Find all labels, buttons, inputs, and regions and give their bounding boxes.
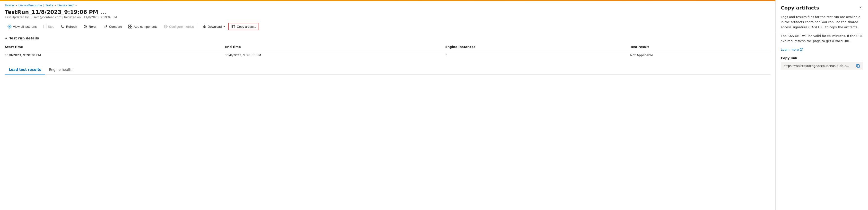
cell-test-result: Not Applicable [630,51,771,60]
svg-rect-1 [43,25,46,28]
page-subtitle: Last Updated by : user1@contoso.com | In… [5,16,771,19]
svg-rect-2 [128,25,130,26]
col-test-result: Test result [630,43,771,51]
tab-engine-health[interactable]: Engine health [45,65,76,75]
more-options-button[interactable]: ... [101,9,107,15]
tabs-bar: Load test results Engine health [5,65,771,75]
refresh-label: Refresh [66,25,77,28]
cell-engine-instances: 3 [445,51,630,60]
refresh-icon [61,25,65,28]
col-engine-instances: Engine instances [445,43,630,51]
test-run-details-header[interactable]: ∧ Test run details [5,36,771,40]
close-panel-button[interactable]: × [858,5,863,10]
copy-url-button[interactable] [856,63,861,69]
test-run-details-table: Start time End time Engine instances Tes… [5,43,771,59]
svg-rect-8 [857,65,860,68]
breadcrumb-sep-3: > [75,4,77,7]
svg-point-6 [165,26,166,27]
main-area: Home > DemoResource | Tests > Demo test … [0,0,776,210]
rerun-button[interactable]: Rerun [81,23,100,30]
tab-load-test-results[interactable]: Load test results [5,65,45,75]
svg-rect-5 [130,27,132,28]
stop-label: Stop [48,25,55,28]
page-title-text: TestRun_11/8/2023_9:19:06 PM [5,9,98,15]
breadcrumb: Home > DemoResource | Tests > Demo test … [0,1,775,8]
download-chevron-icon: ▾ [223,25,225,28]
breadcrumb-sep-1: > [15,4,17,7]
content-area: ∧ Test run details Start time End time E… [0,32,775,210]
configure-metrics-button[interactable]: Configure metrics [161,23,196,30]
copy-link-label: Copy link [781,56,863,60]
breadcrumb-demo-test[interactable]: Demo test [57,3,74,7]
app-components-label: App components [134,25,157,28]
copy-doc-icon [231,25,235,28]
copy-artifacts-button[interactable]: Copy artifacts [228,23,259,30]
app-components-button[interactable]: App components [126,23,160,30]
view-all-label: View all test runs [13,25,37,28]
panel-header: Copy artifacts × [781,5,863,11]
rerun-icon [83,25,87,28]
test-run-details-label: Test run details [9,36,39,40]
arrow-circle-icon [7,25,11,28]
gear-icon [164,25,168,28]
panel-title: Copy artifacts [781,5,819,11]
copy-artifacts-label: Copy artifacts [237,25,256,28]
download-button[interactable]: Download ▾ [200,23,228,30]
compare-icon [104,25,107,28]
chevron-up-icon: ∧ [5,36,7,40]
cell-start-time: 11/8/2023, 9:20:30 PM [5,51,225,60]
cell-end-time: 11/8/2023, 9:20:36 PM [225,51,445,60]
svg-rect-7 [232,25,235,28]
col-start-time: Start time [5,43,225,51]
page-title-row: TestRun_11/8/2023_9:19:06 PM ... [5,9,771,15]
download-label: Download [208,25,222,28]
view-all-test-runs-button[interactable]: View all test runs [5,23,39,30]
svg-rect-4 [128,27,130,28]
copy-link-field: https://maltccstorageaccounteus.blob.c..… [781,62,863,70]
learn-more-label: Learn more [781,48,799,51]
right-panel: Copy artifacts × Logs and results files … [776,0,868,210]
copy-link-url: https://maltccstorageaccounteus.blob.c..… [783,64,854,68]
rerun-label: Rerun [89,25,97,28]
col-end-time: End time [225,43,445,51]
stop-icon [43,25,46,28]
toolbar: View all test runs Stop Refresh [0,21,775,32]
table-row: 11/8/2023, 9:20:30 PM 11/8/2023, 9:20:36… [5,51,771,60]
external-link-icon [800,48,803,51]
panel-note: The SAS URL will be valid for 60 minutes… [781,33,863,44]
grid-icon [128,25,132,28]
panel-description: Logs and results files for the test run … [781,15,863,30]
compare-button[interactable]: Compare [101,23,125,30]
download-icon [203,25,206,28]
breadcrumb-resource[interactable]: DemoResource | Tests [19,3,53,7]
page-header: TestRun_11/8/2023_9:19:06 PM ... Last Up… [0,8,775,21]
breadcrumb-home[interactable]: Home [5,3,14,7]
compare-label: Compare [109,25,122,28]
breadcrumb-sep-2: > [54,4,56,7]
configure-metrics-label: Configure metrics [169,25,194,28]
learn-more-link[interactable]: Learn more [781,48,863,51]
stop-button[interactable]: Stop [40,23,57,30]
refresh-button[interactable]: Refresh [58,23,80,30]
svg-rect-3 [130,25,132,26]
